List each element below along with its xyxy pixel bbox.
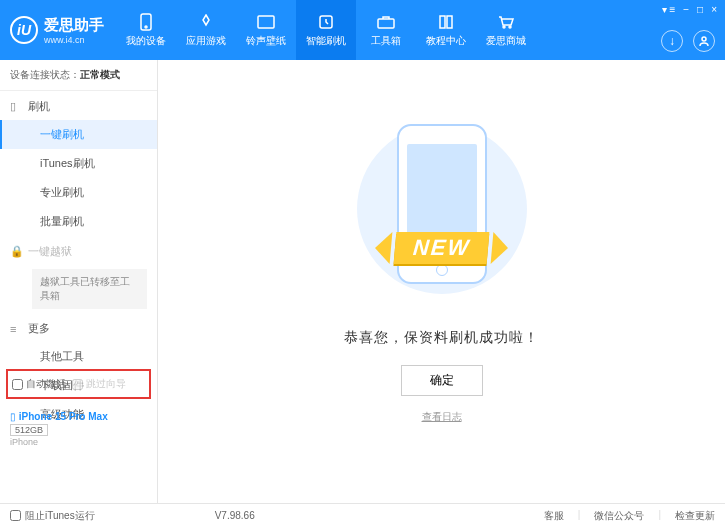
logo: iU 爱思助手 www.i4.cn xyxy=(0,16,116,45)
sidebar-item-other[interactable]: 其他工具 xyxy=(0,342,157,371)
brand-name: 爱思助手 xyxy=(44,16,104,33)
svg-point-7 xyxy=(702,37,706,41)
section-jailbreak: 🔒 一键越狱 xyxy=(0,236,157,265)
version-label: V7.98.66 xyxy=(215,510,255,521)
svg-rect-4 xyxy=(378,19,394,28)
svg-point-6 xyxy=(509,26,511,28)
phone-icon xyxy=(136,13,156,31)
user-button[interactable] xyxy=(693,30,715,52)
device-name: iPhone 15 Pro Max xyxy=(19,411,108,422)
footer-update[interactable]: 检查更新 xyxy=(675,509,715,523)
svg-point-5 xyxy=(503,26,505,28)
top-nav: 我的设备 应用游戏 铃声壁纸 智能刷机 工具箱 教程中心 爱思商城 xyxy=(116,0,536,60)
sidebar-item-itunes[interactable]: iTunes刷机 xyxy=(0,149,157,178)
main-panel: NEW 恭喜您，保资料刷机成功啦！ 确定 查看日志 xyxy=(158,60,725,503)
nav-toolbox[interactable]: 工具箱 xyxy=(356,0,416,60)
nav-my-device[interactable]: 我的设备 xyxy=(116,0,176,60)
section-flash[interactable]: ▯ 刷机 xyxy=(0,91,157,120)
flash-section-icon: ▯ xyxy=(10,100,22,113)
auto-activate-checkbox[interactable]: 自动激活 xyxy=(12,377,66,391)
sidebar-item-pro[interactable]: 专业刷机 xyxy=(0,178,157,207)
lock-icon: 🔒 xyxy=(10,245,22,258)
block-itunes-checkbox[interactable]: 阻止iTunes运行 xyxy=(10,509,95,523)
menu-icon[interactable]: ▾ ≡ xyxy=(662,4,676,15)
nav-ringtones[interactable]: 铃声壁纸 xyxy=(236,0,296,60)
sidebar-item-batch[interactable]: 批量刷机 xyxy=(0,207,157,236)
cart-icon xyxy=(496,13,516,31)
nav-apps[interactable]: 应用游戏 xyxy=(176,0,236,60)
skip-guide-checkbox[interactable]: 跳过向导 xyxy=(72,377,126,391)
nav-flash[interactable]: 智能刷机 xyxy=(296,0,356,60)
device-info: ▯ iPhone 15 Pro Max 512GB iPhone xyxy=(0,405,157,453)
flash-icon xyxy=(316,13,336,31)
highlight-options: 自动激活 跳过向导 xyxy=(6,369,151,399)
device-capacity: 512GB xyxy=(10,424,48,436)
header: iU 爱思助手 www.i4.cn 我的设备 应用游戏 铃声壁纸 智能刷机 工具… xyxy=(0,0,725,60)
new-banner: NEW xyxy=(393,232,489,264)
footer: 阻止iTunes运行 V7.98.66 客服| 微信公众号| 检查更新 xyxy=(0,503,725,527)
logo-icon: iU xyxy=(10,16,38,44)
view-log-link[interactable]: 查看日志 xyxy=(422,410,462,424)
minimize-icon[interactable]: − xyxy=(683,4,689,15)
book-icon xyxy=(436,13,456,31)
jailbreak-note: 越狱工具已转移至工具箱 xyxy=(32,269,147,309)
nav-store[interactable]: 爱思商城 xyxy=(476,0,536,60)
section-more[interactable]: ≡ 更多 xyxy=(0,313,157,342)
image-icon xyxy=(256,13,276,31)
sidebar: 设备连接状态：正常模式 ▯ 刷机 一键刷机 iTunes刷机 专业刷机 批量刷机… xyxy=(0,60,158,503)
maximize-icon[interactable]: □ xyxy=(697,4,703,15)
more-icon: ≡ xyxy=(10,323,22,335)
download-button[interactable]: ↓ xyxy=(661,30,683,52)
svg-point-1 xyxy=(145,26,147,28)
ok-button[interactable]: 确定 xyxy=(401,365,483,396)
nav-tutorials[interactable]: 教程中心 xyxy=(416,0,476,60)
brand-url: www.i4.cn xyxy=(44,35,104,45)
footer-wechat[interactable]: 微信公众号 xyxy=(594,509,644,523)
device-status: 设备连接状态：正常模式 xyxy=(0,60,157,91)
apps-icon xyxy=(196,13,216,31)
window-controls: ▾ ≡ − □ × xyxy=(662,4,717,15)
success-message: 恭喜您，保资料刷机成功啦！ xyxy=(344,329,539,347)
sidebar-item-oneclick[interactable]: 一键刷机 xyxy=(0,120,157,149)
footer-support[interactable]: 客服 xyxy=(544,509,564,523)
svg-rect-2 xyxy=(258,16,274,28)
close-icon[interactable]: × xyxy=(711,4,717,15)
toolbox-icon xyxy=(376,13,396,31)
device-type: iPhone xyxy=(10,437,38,447)
success-illustration: NEW xyxy=(362,109,522,309)
